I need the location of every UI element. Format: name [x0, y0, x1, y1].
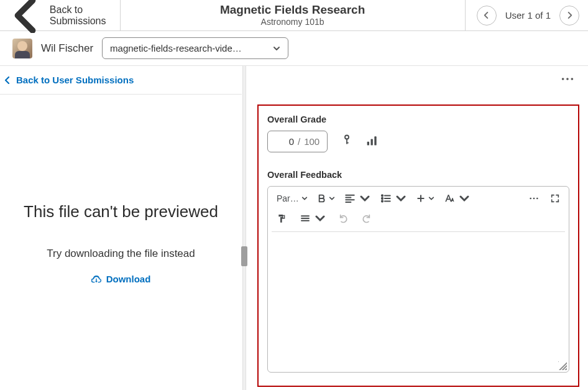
font-icon: [443, 193, 456, 204]
svg-point-3: [345, 136, 349, 139]
align-left-icon: [344, 193, 356, 204]
assignment-title-block: Magnetic Fields Research Astronomy 101b: [121, 0, 465, 30]
chevron-left-icon: [9, 0, 45, 33]
editor-toolbar-row-2: [268, 209, 569, 230]
top-bar: Back to Submissions Magnetic Fields Rese…: [0, 0, 588, 31]
chevron-down-icon: [273, 45, 280, 52]
svg-point-2: [571, 78, 574, 80]
grade-row: / 100: [267, 131, 569, 152]
editor-toolbar: Par…: [268, 187, 569, 209]
left-pane: Back to User Submissions This file can't…: [0, 66, 242, 390]
list-button[interactable]: [376, 190, 411, 207]
file-select-dropdown[interactable]: magnetic-fields-research-vide…: [102, 37, 288, 59]
course-subtitle: Astronomy 101b: [261, 17, 324, 27]
grade-slash: /: [298, 136, 300, 147]
insert-button[interactable]: [412, 191, 438, 206]
feedback-textarea[interactable]: [268, 232, 569, 372]
paragraph-style-label: Par…: [277, 193, 299, 203]
download-label: Download: [106, 274, 151, 284]
back-to-submissions-label: Back to Submissions: [50, 4, 106, 27]
back-to-user-submissions-label: Back to User Submissions: [16, 75, 134, 85]
chevron-left-icon: [4, 77, 11, 84]
chevron-down-icon: [329, 195, 335, 202]
download-icon: [91, 274, 101, 284]
bold-icon: [316, 193, 326, 203]
svg-rect-5: [346, 142, 349, 144]
expand-icon: [550, 193, 560, 203]
svg-point-21: [530, 198, 531, 200]
resize-grip-icon[interactable]: [558, 361, 567, 370]
feedback-editor: Par…: [267, 186, 569, 373]
grade-input[interactable]: [275, 136, 294, 147]
rubric-key-icon[interactable]: [341, 134, 352, 149]
svg-point-1: [566, 78, 569, 80]
more-tools-button[interactable]: [525, 191, 543, 206]
grading-panel: Overall Grade / 100 Overall Feedback: [257, 104, 579, 387]
main-area: Back to User Submissions This file can't…: [0, 66, 588, 390]
back-to-submissions-button[interactable]: Back to Submissions: [0, 0, 121, 30]
ellipsis-icon: [529, 193, 539, 203]
font-format-button[interactable]: [439, 190, 474, 207]
bold-button[interactable]: [313, 191, 339, 206]
chevron-down-icon: [428, 195, 434, 202]
chevron-left-icon: [483, 12, 490, 19]
file-select-label: magnetic-fields-research-vide…: [110, 43, 242, 53]
line-spacing-button[interactable]: [295, 210, 330, 226]
format-painter-icon: [277, 213, 287, 223]
file-preview-area: This file can't be previewed Try downloa…: [0, 95, 242, 390]
avatar: [12, 39, 32, 58]
preview-error-headline: This file can't be previewed: [24, 202, 218, 221]
svg-point-23: [536, 198, 538, 200]
chevron-down-icon: [301, 195, 308, 202]
student-row: Wil Fischer magnetic-fields-research-vid…: [0, 31, 588, 66]
preview-error-sub: Try downloading the file instead: [47, 248, 195, 260]
svg-rect-6: [367, 142, 369, 146]
user-position-label: User 1 of 1: [505, 10, 551, 21]
svg-point-22: [533, 198, 535, 200]
overall-grade-label: Overall Grade: [267, 114, 569, 124]
chevron-down-icon: [395, 193, 407, 204]
svg-rect-8: [375, 136, 377, 145]
line-spacing-icon: [299, 213, 311, 224]
chevron-down-icon: [314, 213, 326, 224]
plus-icon: [416, 193, 426, 203]
redo-button[interactable]: [357, 211, 375, 226]
student-name: Wil Fischer: [41, 42, 93, 55]
grade-max: 100: [304, 136, 319, 147]
align-button[interactable]: [340, 190, 375, 207]
svg-point-13: [382, 195, 383, 196]
grade-icons: [341, 134, 379, 149]
statistics-icon[interactable]: [366, 134, 379, 149]
back-to-user-submissions-link[interactable]: Back to User Submissions: [0, 66, 242, 95]
user-navigation: User 1 of 1: [465, 0, 588, 30]
right-pane: Overall Grade / 100 Overall Feedback: [246, 66, 588, 390]
bullet-list-icon: [380, 193, 392, 204]
grade-input-box[interactable]: / 100: [267, 131, 328, 152]
format-painter-button[interactable]: [273, 211, 290, 226]
assignment-title: Magnetic Fields Research: [220, 3, 365, 17]
svg-point-15: [382, 200, 383, 202]
svg-rect-7: [371, 139, 373, 146]
undo-button[interactable]: [335, 211, 352, 226]
next-user-button[interactable]: [559, 6, 579, 26]
paragraph-style-dropdown[interactable]: Par…: [273, 191, 311, 206]
overall-feedback-label: Overall Feedback: [267, 170, 569, 180]
more-actions-button[interactable]: [558, 70, 577, 88]
download-button[interactable]: Download: [91, 274, 151, 284]
redo-icon: [361, 213, 371, 223]
chevron-right-icon: [566, 12, 573, 19]
undo-icon: [339, 213, 349, 223]
fullscreen-button[interactable]: [546, 191, 564, 206]
ellipsis-icon: [561, 77, 574, 81]
chevron-down-icon: [359, 193, 371, 204]
svg-point-14: [382, 198, 383, 199]
prev-user-button[interactable]: [477, 6, 497, 26]
chevron-down-icon: [458, 193, 471, 204]
svg-point-0: [562, 78, 564, 80]
